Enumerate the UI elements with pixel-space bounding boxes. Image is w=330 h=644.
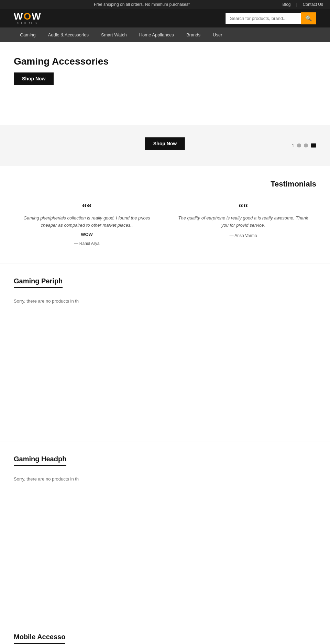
- header: WOW STORES 🔍: [0, 9, 330, 27]
- slider-dot-3[interactable]: [304, 143, 308, 147]
- testimonial-text-1: Gaming pheripherials collection is reall…: [21, 215, 153, 229]
- main-nav: Gaming Audio & Accessories Smart Watch H…: [0, 27, 330, 42]
- nav-item-gaming[interactable]: Gaming: [14, 27, 42, 42]
- search-input[interactable]: [226, 13, 301, 24]
- hero-banner: Gaming Accessories Shop Now: [0, 42, 330, 125]
- no-products-text-1: Sorry, there are no products in th: [14, 298, 316, 304]
- testimonials-title: Testimonials: [14, 180, 316, 189]
- product-section-gaming-headphones: Gaming Headph Sorry, there are no produc…: [0, 441, 330, 619]
- nav-item-user[interactable]: User: [207, 27, 228, 42]
- logo-stores: STORES: [17, 21, 38, 25]
- product-section-title-mobile-accessories: Mobile Accesso: [14, 633, 316, 644]
- testimonials-grid: ““ Gaming pheripherials collection is re…: [14, 199, 316, 249]
- search-icon: 🔍: [305, 15, 312, 21]
- quote-icon-2: ““: [177, 202, 309, 212]
- nav-item-audio[interactable]: Audio & Accessories: [42, 27, 95, 42]
- no-products-text-2: Sorry, there are no products in th: [14, 476, 316, 482]
- logo[interactable]: WOW STORES: [14, 12, 42, 25]
- hero-shop-now-button[interactable]: Shop Now: [14, 72, 54, 85]
- slider-dot-4-active[interactable]: [311, 143, 316, 147]
- divider: |: [296, 2, 297, 7]
- product-section-mobile-accessories: Mobile Accesso Sorry, there are no produ…: [0, 619, 330, 644]
- testimonial-text-2: The quality of earphone is really good a…: [177, 215, 309, 229]
- search-bar: 🔍: [226, 12, 316, 24]
- search-button[interactable]: 🔍: [301, 12, 316, 24]
- top-bar: Free shipping on all orders. No minimum …: [0, 0, 330, 9]
- slider-dot-2[interactable]: [297, 143, 301, 147]
- slider-number-1: 1: [292, 143, 294, 148]
- contact-link[interactable]: Contact Us: [303, 2, 323, 7]
- product-section-gaming-peripherals: Gaming Periph Sorry, there are no produc…: [0, 263, 330, 441]
- testimonial-card-2: ““ The quality of earphone is really goo…: [170, 199, 316, 249]
- slider-section: Shop Now 1: [0, 125, 330, 166]
- nav-item-smartwatch[interactable]: Smart Watch: [95, 27, 133, 42]
- blog-link[interactable]: Blog: [282, 2, 290, 7]
- nav-item-brands[interactable]: Brands: [180, 27, 207, 42]
- testimonial-brand-1: WOW: [21, 232, 153, 237]
- product-section-title-gaming-headphones: Gaming Headph: [14, 455, 316, 473]
- testimonial-author-2: — Ansh Varma: [177, 233, 309, 238]
- nav-item-homeappliances[interactable]: Home Appliances: [133, 27, 180, 42]
- quote-icon-1: ““: [21, 202, 153, 212]
- hero-title: Gaming Accessories: [14, 56, 316, 67]
- testimonials-section: Testimonials ““ Gaming pheripherials col…: [0, 166, 330, 263]
- shipping-text: Free shipping on all orders. No minimum …: [7, 2, 277, 7]
- testimonial-card-1: ““ Gaming pheripherials collection is re…: [14, 199, 160, 249]
- slider-shop-now-button[interactable]: Shop Now: [145, 137, 185, 150]
- slider-controls: 1: [292, 143, 316, 148]
- testimonial-author-1: — Rahul Arya: [21, 241, 153, 246]
- logo-wow: WOW: [14, 12, 42, 21]
- product-section-title-gaming-peripherals: Gaming Periph: [14, 277, 316, 295]
